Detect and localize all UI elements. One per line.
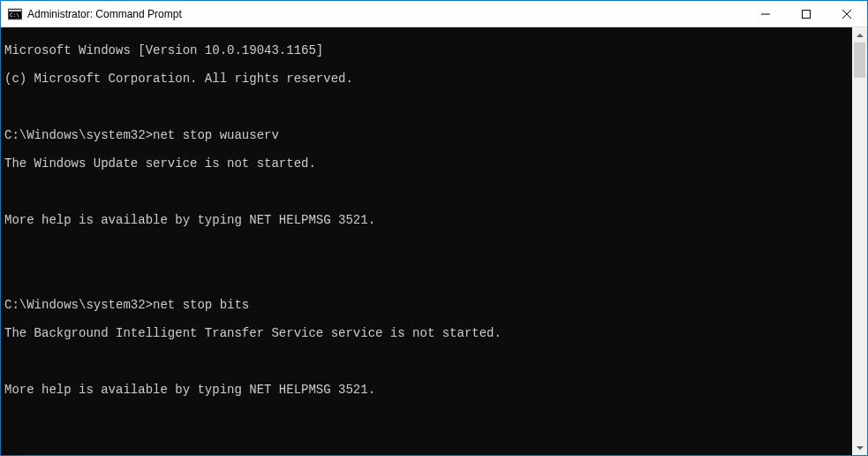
- blank-line: [4, 241, 852, 255]
- svg-marker-8: [857, 446, 864, 450]
- scrollbar[interactable]: [852, 27, 867, 455]
- svg-text:C:\: C:\: [10, 11, 19, 18]
- output-line: The Background Intelligent Transfer Serv…: [4, 326, 852, 340]
- blank-line: [4, 354, 852, 369]
- scrollbar-thumb[interactable]: [854, 42, 865, 78]
- terminal-output[interactable]: Microsoft Windows [Version 10.0.19043.11…: [1, 27, 852, 455]
- output-line: More help is available by typing NET HEL…: [4, 213, 852, 227]
- prompt: C:\Windows\system32>: [4, 298, 153, 312]
- scrollbar-track[interactable]: [852, 42, 867, 440]
- command-prompt-window: C:\ Administrator: Command Prompt Micros…: [0, 0, 868, 456]
- svg-marker-7: [857, 34, 864, 37]
- output-line: Microsoft Windows [Version 10.0.19043.11…: [4, 43, 852, 57]
- titlebar: C:\ Administrator: Command Prompt: [1, 1, 867, 27]
- blank-line: [4, 100, 852, 114]
- blank-line: [4, 411, 852, 425]
- command-text: net stop wuauserv: [153, 128, 279, 142]
- blank-line: [4, 185, 852, 199]
- prompt-line: C:\Windows\system32>net stop wuauserv: [4, 128, 852, 142]
- svg-rect-4: [803, 10, 811, 18]
- minimize-button[interactable]: [745, 1, 786, 27]
- window-title: Administrator: Command Prompt: [27, 8, 745, 20]
- window-controls: [745, 1, 867, 27]
- cmd-icon: C:\: [8, 7, 22, 21]
- scroll-down-button[interactable]: [852, 440, 867, 455]
- prompt-line: C:\Windows\system32>net stop bits: [4, 298, 852, 312]
- prompt: C:\Windows\system32>: [4, 128, 153, 142]
- output-line: The Windows Update service is not starte…: [4, 156, 852, 171]
- output-line: More help is available by typing NET HEL…: [4, 383, 852, 397]
- terminal-area: Microsoft Windows [Version 10.0.19043.11…: [1, 27, 867, 455]
- maximize-button[interactable]: [786, 1, 826, 27]
- output-line: (c) Microsoft Corporation. All rights re…: [4, 72, 852, 86]
- close-button[interactable]: [826, 1, 867, 27]
- blank-line: [4, 270, 852, 284]
- command-text: net stop bits: [153, 298, 249, 312]
- blank-line: [4, 439, 852, 453]
- scroll-up-button[interactable]: [852, 27, 867, 42]
